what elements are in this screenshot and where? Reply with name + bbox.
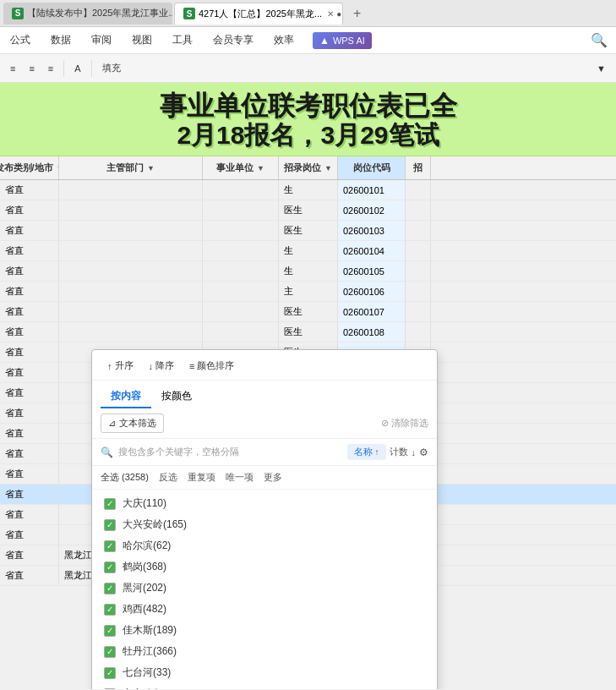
sort-asc-icon: ↑ [107, 361, 112, 371]
tab-2-icon: S [183, 8, 195, 19]
name-badge-label: 名称 [354, 446, 373, 458]
search-row: 🔍 搜包含多个关键字，空格分隔 名称 ↑ 计数 ↓ ⚙ [92, 439, 437, 466]
checkbox-hegang[interactable] [104, 561, 116, 573]
list-item-hegang[interactable]: 鹤岗(368) [92, 556, 437, 578]
clear-icon: ⊘ [381, 418, 389, 429]
col-header-a[interactable]: 发布类别/地市 ▼ [0, 156, 59, 179]
sort-desc-icon: ↓ [149, 361, 154, 371]
list-item-jixi[interactable]: 鸡西(482) [92, 599, 437, 620]
list-item-jiamusi[interactable]: 佳木斯(189) [92, 620, 437, 641]
wps-ai-button[interactable]: ▲ WPS AI [313, 32, 372, 49]
list-item-daxing[interactable]: 大兴安岭(165) [92, 514, 437, 535]
list-item-jiamusi-label: 佳木斯(189) [123, 623, 177, 638]
table-row[interactable]: 省直生02600101 [0, 180, 616, 200]
menu-view[interactable]: 视图 [130, 30, 154, 51]
search-icon[interactable]: 🔍 [591, 32, 608, 48]
toolbar-sep-2 [91, 60, 92, 77]
filter-buttons-row: ⊿ 文本筛选 ⊘ 清除筛选 [92, 408, 437, 439]
list-item-qitaihe[interactable]: 七台河(33) [92, 662, 437, 683]
col-header-b[interactable]: 主管部门 ▼ [59, 156, 203, 179]
menu-efficiency[interactable]: 效率 [272, 30, 296, 51]
dedup-option[interactable]: 重复项 [188, 471, 215, 484]
toolbar-extra[interactable]: ▼ [591, 58, 611, 79]
toolbar-font[interactable]: A [69, 58, 85, 79]
list-item-daqing-label: 大庆(110) [123, 496, 166, 511]
search-placeholder: 搜包含多个关键字，空格分隔 [118, 446, 239, 458]
col-d-sort-icon: ▼ [324, 164, 332, 172]
wps-ai-label: WPS AI [333, 36, 365, 46]
col-header-f[interactable]: 招 [406, 156, 431, 179]
table-row[interactable]: 省直医生02600103 [0, 221, 616, 241]
tab-2[interactable]: S 4271人【汇总】2025年黑龙... ✕ ● [174, 3, 343, 25]
toolbar: ≡ ≡ ≡ A 填充 ▼ [0, 54, 616, 83]
inverse-option[interactable]: 反选 [159, 471, 177, 484]
tab-color[interactable]: 按颜色 [151, 386, 202, 408]
col-header-e[interactable]: 岗位代码 [338, 156, 406, 179]
table-row[interactable]: 省直医生02600108 [0, 322, 616, 342]
tab-1[interactable]: S 【陆续发布中】2025年黑龙江事业... ✕ [3, 3, 172, 25]
toolbar-align-right[interactable]: ≡ [43, 58, 58, 79]
name-badge-area: 名称 ↑ 计数 ↓ ⚙ [347, 444, 429, 460]
clear-filter-button[interactable]: ⊘ 清除筛选 [381, 417, 428, 430]
table-row[interactable]: 省直生02600105 [0, 261, 616, 282]
toolbar-fill[interactable]: 填充 [97, 58, 126, 79]
table-row[interactable]: 省直生02600104 [0, 241, 616, 261]
checkbox-daqing[interactable] [104, 498, 116, 510]
menu-tools[interactable]: 工具 [171, 30, 194, 51]
menu-formula[interactable]: 公式 [8, 30, 32, 51]
search-icon-dp: 🔍 [101, 446, 113, 458]
toolbar-sep-1 [63, 60, 64, 77]
sort-color-icon: ≡ [189, 361, 194, 371]
col-b-sort-icon: ▼ [147, 164, 155, 172]
sort-desc-button[interactable]: ↓ 降序 [142, 357, 182, 375]
text-filter-label: 文本筛选 [119, 417, 156, 430]
col-header-d[interactable]: 招录岗位 ▼ [279, 156, 338, 179]
filter-dropdown: ↑ 升序 ↓ 降序 ≡ 颜色排序 按内容 按颜色 ⊿ 文本筛选 ⊘ [91, 349, 438, 689]
tab-2-label: 4271人【汇总】2025年黑龙... [199, 8, 322, 20]
list-item-haerbin[interactable]: 哈尔滨(62) [92, 535, 437, 556]
select-all-option[interactable]: 全选 (3258) [101, 471, 149, 484]
table-row[interactable]: 省直医生02600102 [0, 200, 616, 221]
toolbar-align-center[interactable]: ≡ [24, 58, 39, 79]
name-badge: 名称 ↑ [347, 444, 386, 460]
menu-data[interactable]: 数据 [49, 30, 73, 51]
list-item-qiqihaer[interactable]: 齐齐哈尔(314) [92, 683, 437, 689]
checkbox-haerbin[interactable] [104, 540, 116, 552]
checkbox-jiamusi[interactable] [104, 625, 116, 637]
text-filter-button[interactable]: ⊿ 文本筛选 [101, 413, 164, 433]
sort-color-button[interactable]: ≡ 颜色排序 [183, 357, 241, 375]
tab-bar: S 【陆续发布中】2025年黑龙江事业... ✕ S 4271人【汇总】2025… [0, 0, 616, 27]
list-item-daqing[interactable]: 大庆(110) [92, 493, 437, 514]
toolbar-right: ▼ [591, 58, 611, 79]
table-row[interactable]: 省直主02600106 [0, 282, 616, 302]
list-item-mudanjiang[interactable]: 牡丹江(366) [92, 641, 437, 662]
table-row[interactable]: 省直医生02600107 [0, 302, 616, 322]
count-sort-badge: ↓ [412, 447, 417, 457]
sort-desc-label: 降序 [155, 359, 174, 372]
more-option[interactable]: 更多 [264, 471, 282, 484]
unique-option[interactable]: 唯一项 [226, 471, 253, 484]
menu-vip[interactable]: 会员专享 [211, 30, 255, 51]
checkbox-qiqihaer[interactable] [104, 688, 116, 690]
sort-asc-button[interactable]: ↑ 升序 [101, 357, 140, 375]
checkbox-qitaihe[interactable] [104, 667, 116, 679]
col-c-sort-icon: ▼ [257, 164, 264, 172]
tab-add-button[interactable]: + [348, 6, 366, 21]
checkbox-daxing[interactable] [104, 519, 116, 531]
checkbox-jixi[interactable] [104, 604, 116, 616]
menu-review[interactable]: 审阅 [90, 30, 113, 51]
settings-icon[interactable]: ⚙ [419, 446, 428, 458]
tab-2-close[interactable]: ✕ [327, 9, 334, 19]
list-item-qitaihe-label: 七台河(33) [123, 665, 171, 680]
filter-list: 大庆(110) 大兴安岭(165) 哈尔滨(62) 鹤岗(368) 黑河(202… [92, 490, 437, 689]
main-content: 发布类别/地市 ▼ 主管部门 ▼ 事业单位 ▼ 招录岗位 ▼ 岗位代码 招 省直… [0, 156, 616, 689]
list-item-heihe[interactable]: 黑河(202) [92, 578, 437, 599]
tab-content[interactable]: 按内容 [101, 386, 151, 408]
toolbar-align-left[interactable]: ≡ [5, 58, 20, 79]
col-header-c[interactable]: 事业单位 ▼ [203, 156, 279, 179]
checkbox-heihe[interactable] [104, 583, 116, 594]
tab-1-icon: S [12, 8, 24, 19]
menu-bar: 公式 数据 审阅 视图 工具 会员专享 效率 ▲ WPS AI 🔍 [0, 27, 616, 54]
checkbox-mudanjiang[interactable] [104, 646, 116, 658]
list-item-haerbin-label: 哈尔滨(62) [123, 539, 171, 553]
